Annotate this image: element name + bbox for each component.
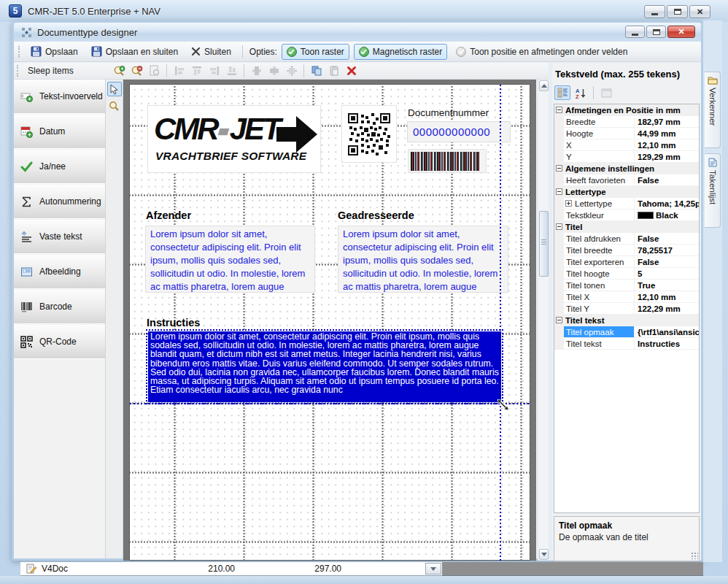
property-hoogte[interactable]: Hoogte44,99 mm [554,128,699,139]
sidebar-item-tekst-invoerveld[interactable]: Tekst-invoerveld [14,80,105,114]
property-lettertype[interactable]: LettertypeTahoma; 14,25pt [554,198,699,210]
center-horizontal-button[interactable] [249,64,264,78]
property-tekstkleur[interactable]: TekstkleurBlack [554,210,699,221]
categorized-view-button[interactable] [554,85,570,100]
property-y[interactable]: Y129,29 mm [554,151,699,163]
designer-close-button[interactable]: ✕ [667,26,695,38]
canvas-vertical-scrollbar[interactable] [538,80,549,561]
status-dropdown-button[interactable] [425,563,441,575]
property-titel-hoogte[interactable]: Titel hoogte5 [554,268,699,280]
zoom-out-button[interactable] [129,64,144,78]
property-pages-button[interactable] [598,85,614,100]
sidebar-item-qr-code[interactable]: QR-Code [14,325,105,359]
resize-cursor-icon[interactable] [497,399,509,411]
scroll-up-button[interactable] [539,80,549,91]
category-afmetingen[interactable]: Afmetingen en Positie in mm [554,104,699,116]
show-position-toggle[interactable]: Toon positie en afmetingen onder velden [452,45,632,59]
options-label: Opties: [249,47,277,57]
sleep-items-title: Sleep items [28,66,74,76]
minimize-button[interactable] [644,5,665,18]
magnifier-tool-button[interactable] [107,99,122,113]
collapse-icon[interactable] [556,107,562,113]
sidebar-item-ja-nee[interactable]: Ja/nee [14,150,105,184]
sidebar-item-barcode[interactable]: Barcode [14,290,105,324]
collapse-icon[interactable] [556,165,562,172]
property-breedte[interactable]: Breedte182,97 mm [554,116,699,128]
property-titel-y[interactable]: Titel Y122,29 mm [554,303,699,315]
resize-grip-icon[interactable] [691,552,698,559]
align-left-button[interactable] [171,64,187,78]
barcode-field[interactable] [408,149,487,173]
sidebar-item-datum[interactable]: Datum [14,115,105,149]
property-titel-opmaak-selected[interactable]: Titel opmaak{\rtf1\ansi\ansic... [554,326,699,338]
document-page[interactable]: CMRJET VRACHTBRIEF SOFTWARE [129,84,530,561]
collapse-icon[interactable] [556,188,562,195]
align-right-button[interactable] [206,64,222,78]
expand-icon[interactable] [565,200,572,207]
property-titel-afdrukken[interactable]: Titel afdrukkenFalse [554,233,699,245]
designer-caption-buttons: ✕ [625,26,695,38]
property-x[interactable]: X12,10 mm [554,139,699,151]
description-title: Titel opmaak [559,520,694,531]
property-titel-exporteren[interactable]: Titel exporterenFalse [554,256,699,268]
delete-button[interactable] [344,64,359,78]
tab-verkenner[interactable]: Verkenner [705,72,721,148]
scrollbar-thumb[interactable] [539,211,549,277]
save-button[interactable]: Opslaan [26,44,82,59]
collapse-icon[interactable] [556,317,562,323]
sidebar-item-vaste-tekst[interactable]: Vaste tekst [14,220,105,254]
copy-button[interactable] [309,64,324,78]
zoom-page-button[interactable] [147,64,162,78]
barcode-image [411,152,479,171]
show-grid-toggle[interactable]: Toon raster [282,44,349,60]
center-vertical-button[interactable] [266,64,282,78]
static-text-icon [20,231,33,243]
align-top-button[interactable] [189,64,204,78]
scroll-down-button[interactable] [539,549,549,560]
logo-dash [217,128,229,135]
align-bottom-button[interactable] [224,64,239,78]
toolbar-separator [242,45,243,58]
status-filler [442,562,703,576]
paste-icon [328,65,340,77]
documentnummer-label: Documentnummer [408,107,489,118]
instructies-field-selected[interactable]: Lorem ipsum dolor sit amet, consectetur … [148,331,501,402]
logo-field[interactable]: CMRJET VRACHTBRIEF SOFTWARE [147,105,321,173]
logo-arrow-icon [276,115,319,154]
canvas-tool-strip [106,80,123,558]
property-titel-x[interactable]: Titel X12,10 mm [554,291,699,303]
designer-minimize-button[interactable] [625,26,645,38]
property-titel-tekst[interactable]: Titel tekstInstructies [554,338,699,350]
geadresseerde-field[interactable]: Lorem ipsum dolor sit amet, consectetur … [338,226,508,293]
afzender-field[interactable]: Lorem ipsum dolor sit amet, consectetur … [145,226,315,293]
align-top-icon [191,65,203,77]
paste-button[interactable] [326,64,341,78]
documentnummer-field[interactable]: 000000000000 [407,121,511,142]
sidebar-item-afbeelding[interactable]: Afbeelding [14,255,105,289]
maximize-button[interactable] [667,5,688,18]
close-designer-button[interactable]: Sluiten [187,45,236,59]
select-tool-button[interactable] [107,82,122,96]
designer-maximize-button[interactable] [646,26,666,38]
property-titel-breedte[interactable]: Titel breedte78,25517 [554,245,699,256]
close-button[interactable]: ✕ [689,5,710,18]
sidebar-item-autonummering[interactable]: Autonummering [14,185,105,219]
category-lettertype[interactable]: Lettertype [554,186,699,198]
sort-alphabetical-button[interactable]: A Z [573,85,589,100]
zoom-in-button[interactable] [112,64,127,78]
delete-x-icon [346,66,357,76]
qr-code-field[interactable] [341,105,397,163]
property-heeft-favorieten[interactable]: Heeft favorietenFalse [554,174,699,186]
category-titel[interactable]: Titel [554,221,699,233]
tasklist-icon [708,158,717,167]
magnetic-grid-toggle[interactable]: Magnetisch raster [354,44,447,60]
collapse-icon[interactable] [556,223,562,230]
category-algemene-instellingen[interactable]: Algemene instellingen [554,163,699,174]
category-titel-tekst[interactable]: Titel tekst [554,315,699,326]
resize-button[interactable] [284,64,299,78]
app-title: CMR-JET 5.0 Enterprise + NAV [28,6,160,17]
center-horizontal-icon [251,65,263,77]
save-and-close-button[interactable]: Opslaan en sluiten [87,44,182,59]
property-titel-tonen[interactable]: Titel tonenTrue [554,280,699,291]
tab-takenlijst[interactable]: Takenlijst [705,153,721,228]
